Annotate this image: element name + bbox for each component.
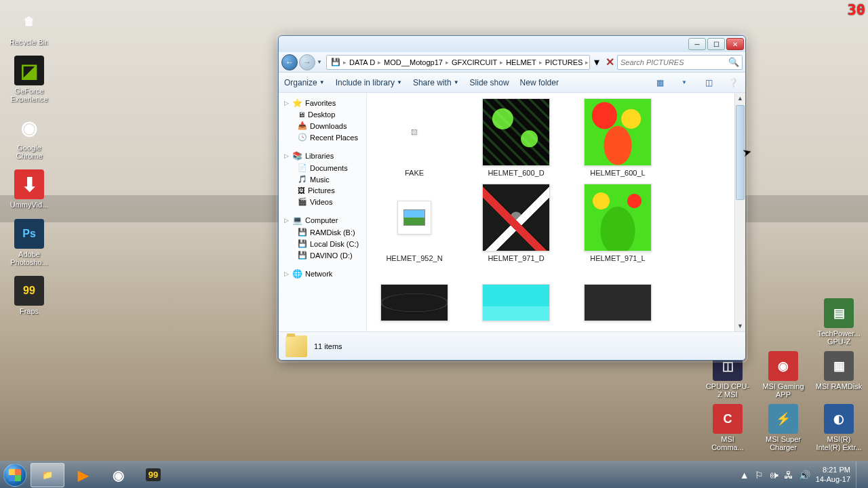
preview-pane-button[interactable]: ◫ — [702, 76, 715, 89]
share-with-menu[interactable]: Share with▼ — [413, 78, 459, 87]
file-thumbnail[interactable]: HELMET_600_D — [475, 98, 557, 177]
desktop-icon[interactable]: PsAdobe Photosho... — [5, 219, 53, 266]
nav-item[interactable]: 📥Downloads — [279, 120, 366, 131]
nav-item[interactable]: 📄Documents — [279, 162, 366, 174]
tray-icon[interactable]: 🔊 — [799, 470, 810, 481]
desktop-icon[interactable]: ▤TechPower... GPU-Z — [815, 298, 863, 346]
nav-group-header[interactable]: ▷💻Computer — [279, 214, 366, 226]
file-thumbnail[interactable]: FAKE — [374, 98, 455, 177]
file-thumbnail[interactable]: HELMET_971_L — [577, 184, 658, 262]
search-box[interactable]: 🔍 — [617, 55, 743, 70]
navigation-pane: ▷⭐Favorites🖥Desktop📥Downloads🕓Recent Pla… — [279, 93, 367, 331]
nav-item[interactable]: 💾RAMDisk (B:) — [279, 226, 366, 238]
clock[interactable]: 8:21 PM 14-Aug-17 — [816, 466, 850, 483]
file-thumbnail[interactable] — [577, 269, 658, 331]
breadcrumb[interactable]: 💾 ▸ DATA D▸MOD__Motogp17▸GFXCIRCUIT▸HELM… — [326, 55, 590, 70]
desktop-icons-left: 🗑Recycle Bin◪GeForce Experience◉Google C… — [5, 7, 53, 315]
start-button[interactable] — [0, 462, 30, 489]
nav-item[interactable]: 🖼Pictures — [279, 185, 366, 196]
nav-item[interactable]: 💾DAVINO (D:) — [279, 249, 366, 261]
thumbnail-image — [584, 98, 652, 166]
thumbnail-image — [482, 184, 550, 251]
file-thumbnail[interactable]: HELMET_952_N — [374, 184, 455, 262]
search-icon[interactable]: 🔍 — [728, 57, 739, 67]
taskbar-app-media-player[interactable]: ▶ — [66, 463, 100, 487]
minimize-button[interactable]: ─ — [688, 38, 706, 50]
view-mode-dropdown[interactable]: ▼ — [677, 76, 691, 89]
desktop-icon[interactable]: ◪GeForce Experience — [5, 56, 53, 103]
breadcrumb-item[interactable]: PICTURES — [544, 58, 585, 66]
nav-item[interactable]: 🎵Music — [279, 174, 366, 185]
thumbnail-image — [584, 284, 652, 321]
file-name: FAKE — [405, 169, 424, 177]
breadcrumb-drive-icon[interactable]: 💾 — [330, 58, 342, 66]
search-input[interactable] — [620, 58, 728, 66]
thumbnail-image — [380, 284, 448, 321]
new-folder-button[interactable]: New folder — [520, 78, 559, 87]
thumbnail-image — [397, 201, 431, 235]
desktop-icon[interactable]: 99Fraps — [5, 276, 53, 315]
file-thumbnail[interactable]: VISOR_600_D — [374, 269, 455, 331]
organize-menu[interactable]: Organize▼ — [284, 78, 325, 87]
desktop-icon[interactable]: ◉Google Chrome — [5, 113, 53, 160]
file-name: HELMET_971_D — [488, 254, 544, 262]
desktop-icon[interactable]: ⬇UmmyVid... — [5, 169, 53, 209]
nav-item[interactable]: 🕓Recent Places — [279, 131, 366, 143]
thumbnail-image — [482, 98, 550, 166]
thumbnail-image — [584, 184, 652, 251]
tray-icon[interactable]: ⚐ — [755, 470, 764, 481]
breadcrumb-dd[interactable]: ▾ — [591, 56, 602, 68]
file-name: HELMET_971_L — [590, 254, 645, 262]
titlebar[interactable]: ─ ☐ ✕ — [279, 36, 745, 52]
file-thumbnail[interactable]: HELMET_600_L — [577, 98, 658, 177]
include-library-menu[interactable]: Include in library▼ — [336, 78, 402, 87]
breadcrumb-item[interactable]: GFXCIRCUIT — [450, 58, 498, 66]
desktop-icon[interactable]: CMSI Comma... — [704, 404, 751, 451]
desktop-icon[interactable]: ◉MSI Gaming APP — [760, 351, 807, 399]
system-tray: ▲⚐🕪🖧🔊 8:21 PM 14-Aug-17 — [734, 462, 868, 489]
chevron-right-icon: ▸ — [446, 59, 449, 66]
forward-button[interactable]: → — [299, 54, 315, 70]
tray-icon[interactable]: 🕪 — [769, 470, 778, 481]
help-button[interactable]: ❔ — [726, 76, 740, 89]
tray-icon[interactable]: 🖧 — [784, 470, 793, 481]
file-view[interactable]: FAKEHELMET_600_DHELMET_600_LHELMET_952_N… — [367, 93, 745, 331]
status-text: 11 items — [314, 342, 342, 350]
nav-item[interactable]: 💾Local Disk (C:) — [279, 238, 366, 249]
address-bar: ← → ▼ 💾 ▸ DATA D▸MOD__Motogp17▸GFXCIRCUI… — [279, 52, 745, 73]
taskbar-app-explorer[interactable]: 📁 — [31, 463, 64, 487]
taskbar-app-chrome[interactable]: ◉ — [101, 463, 135, 487]
file-name: HELMET_600_D — [488, 169, 544, 177]
breadcrumb-item[interactable]: MOD__Motogp17 — [382, 58, 444, 66]
nav-item[interactable]: 🎬Videos — [279, 196, 366, 207]
view-mode-button[interactable]: ▦ — [653, 76, 667, 89]
back-button[interactable]: ← — [281, 54, 298, 70]
toolbar: Organize▼ Include in library▼ Share with… — [279, 73, 745, 93]
tray-icon[interactable]: ▲ — [740, 470, 749, 481]
file-thumbnail[interactable]: HELMET_971_D — [475, 184, 557, 262]
maximize-button[interactable]: ☐ — [707, 38, 725, 50]
slideshow-button[interactable]: Slide show — [470, 78, 509, 87]
nav-group-header[interactable]: ▷🌐Network — [279, 268, 366, 280]
nav-group-header[interactable]: ▷📚Libraries — [279, 150, 366, 162]
folder-icon — [285, 336, 307, 357]
thumbnail-image — [412, 129, 417, 135]
close-button[interactable]: ✕ — [726, 38, 744, 50]
nav-history-dropdown[interactable]: ▼ — [317, 59, 325, 65]
breadcrumb-item[interactable]: DATA D — [348, 58, 376, 66]
desktop-icon[interactable]: 🗑Recycle Bin — [5, 7, 53, 46]
desktop-icon[interactable]: ◐MSI(R) Intel(R) Extr... — [815, 404, 863, 451]
scroll-down-icon[interactable]: ▼ — [735, 321, 745, 331]
scrollbar-vertical[interactable]: ▲ ▼ — [734, 93, 745, 331]
stop-refresh-button[interactable]: ✕ — [604, 56, 616, 68]
breadcrumb-item[interactable]: HELMET — [505, 58, 538, 66]
scroll-up-icon[interactable]: ▲ — [735, 93, 745, 104]
desktop-icon[interactable]: ▦MSI RAMDisk — [815, 351, 863, 399]
desktop-icon[interactable]: ⚡MSI Super Charger — [760, 404, 807, 451]
file-thumbnail[interactable]: VISOR_600_L — [475, 269, 557, 331]
show-desktop-button[interactable] — [856, 462, 863, 489]
nav-group-header[interactable]: ▷⭐Favorites — [279, 97, 366, 109]
taskbar-app-fraps[interactable]: 99 — [136, 463, 170, 487]
chevron-right-icon: ▸ — [539, 59, 542, 66]
nav-item[interactable]: 🖥Desktop — [279, 109, 366, 120]
